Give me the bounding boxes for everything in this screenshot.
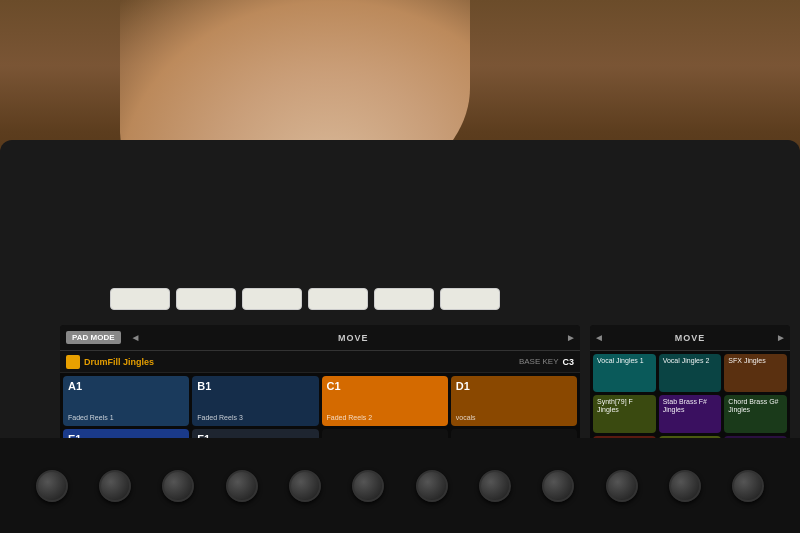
knobs-row xyxy=(0,438,800,533)
knob-5[interactable] xyxy=(289,470,321,502)
nav-right-arrow-right[interactable]: ► xyxy=(772,332,790,343)
nav-left-arrow-left[interactable]: ◄ xyxy=(127,332,145,343)
top-button-1[interactable] xyxy=(110,288,170,310)
group-row: DrumFill Jingles BASE KEY C3 xyxy=(60,351,580,373)
group-name: DrumFill Jingles xyxy=(84,357,154,367)
knob-11[interactable] xyxy=(669,470,701,502)
knob-4[interactable] xyxy=(226,470,258,502)
screen-header-left: PAD MODE ◄ MOVE ► xyxy=(60,325,580,351)
top-button-6[interactable] xyxy=(440,288,500,310)
screen-header-right: ◄ MOVE ► xyxy=(590,325,790,351)
knob-7[interactable] xyxy=(416,470,448,502)
top-button-3[interactable] xyxy=(242,288,302,310)
base-key-label: BASE KEY xyxy=(519,357,559,366)
nav-left-arrow-right[interactable]: ◄ xyxy=(590,332,608,343)
top-button-2[interactable] xyxy=(176,288,236,310)
knob-6[interactable] xyxy=(352,470,384,502)
pad-mode-badge: PAD MODE xyxy=(66,331,121,344)
rpad-vocal-jingles-1[interactable]: Vocal Jingles 1 xyxy=(593,354,656,392)
knob-2[interactable] xyxy=(99,470,131,502)
top-button-row xyxy=(100,288,800,318)
rpad-synth-jingles[interactable]: Synth[79] F Jingles xyxy=(593,395,656,433)
pad-D1[interactable]: D1 vocals xyxy=(451,376,577,426)
group-color-indicator xyxy=(66,355,80,369)
knob-8[interactable] xyxy=(479,470,511,502)
knob-9[interactable] xyxy=(542,470,574,502)
rpad-chord-brass[interactable]: Chord Brass G# Jingles xyxy=(724,395,787,433)
nav-label-left: MOVE xyxy=(144,333,562,343)
knob-10[interactable] xyxy=(606,470,638,502)
pad-C1[interactable]: C1 Faded Reels 2 xyxy=(322,376,448,426)
rpad-sfx-jingles[interactable]: SFX Jingles xyxy=(724,354,787,392)
nav-label-right: MOVE xyxy=(608,333,772,343)
pad-A1[interactable]: A1 Faded Reels 1 xyxy=(63,376,189,426)
knob-12[interactable] xyxy=(732,470,764,502)
pad-B1[interactable]: B1 Faded Reels 3 xyxy=(192,376,318,426)
top-button-5[interactable] xyxy=(374,288,434,310)
knob-3[interactable] xyxy=(162,470,194,502)
top-button-4[interactable] xyxy=(308,288,368,310)
base-key-value: C3 xyxy=(562,357,574,367)
knob-1[interactable] xyxy=(36,470,68,502)
rpad-vocal-jingles-2[interactable]: Vocal Jingles 2 xyxy=(659,354,722,392)
device-body: PAD MODE ◄ MOVE ► DrumFill Jingles BASE … xyxy=(0,140,800,533)
nav-right-arrow-left[interactable]: ► xyxy=(562,332,580,343)
rpad-stab-brass[interactable]: Stab Brass F# Jingles xyxy=(659,395,722,433)
